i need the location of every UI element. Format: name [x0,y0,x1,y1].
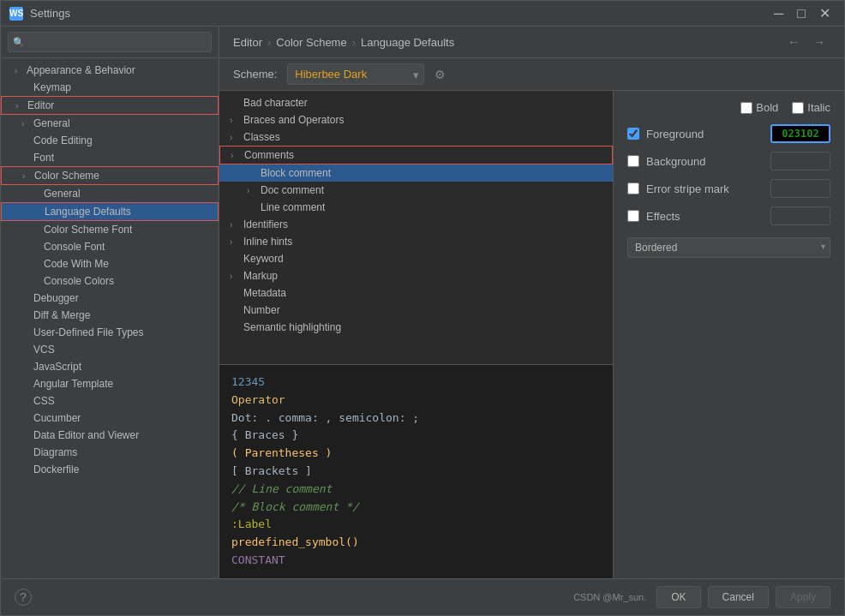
sidebar-item-label: JavaScript [33,361,81,373]
list-item-label: Block comment [261,167,331,179]
breadcrumb-sep2: › [352,36,356,49]
forward-button[interactable]: → [808,33,830,51]
arrow-icon: › [230,237,240,247]
settings-window: WS Settings ─ □ ✕ 🔍 › Appearance & Behav… [0,0,845,616]
list-item-block-comment[interactable]: Block comment [219,164,613,182]
panel-split: Bad character › Braces and Operators › C… [219,91,844,578]
sidebar-item-appearance[interactable]: › Appearance & Behavior [1,62,219,79]
sidebar-item-data-editor[interactable]: Data Editor and Viewer [1,427,219,444]
list-item-semantic[interactable]: Semantic highlighting [219,319,613,336]
sidebar-item-code-with-me[interactable]: Code With Me [1,255,219,272]
effects-row: Effects [627,206,830,225]
effects-color-box[interactable] [770,206,830,225]
bottom-buttons: OK Cancel Apply [656,586,830,608]
sidebar-item-general[interactable]: › General [1,115,219,132]
list-item-doc-comment[interactable]: › Doc comment [219,182,613,199]
sidebar-item-angular[interactable]: Angular Template [1,375,219,392]
list-item-inline-hints[interactable]: › Inline hints [219,233,613,250]
search-input[interactable] [8,32,212,52]
bold-label: Bold [756,101,778,114]
cancel-button[interactable]: Cancel [708,586,769,608]
sidebar-item-label: Code Editing [33,135,93,147]
sidebar-item-code-editing[interactable]: Code Editing [1,132,219,149]
list-item-classes[interactable]: › Classes [219,129,613,146]
foreground-checkbox[interactable] [627,128,639,140]
list-item-metadata[interactable]: Metadata [219,284,613,302]
breadcrumb-language-defaults[interactable]: Language Defaults [361,36,454,49]
effects-type-wrap: Bordered Underscored Bold Underscored Un… [627,234,830,258]
sidebar-item-font[interactable]: Font [1,149,219,166]
sidebar-item-debugger[interactable]: Debugger [1,290,219,307]
arrow-icon: › [247,186,257,195]
breadcrumb-editor[interactable]: Editor [233,36,262,49]
background-color-box[interactable] [770,152,830,170]
italic-checkbox[interactable] [792,102,804,114]
sidebar-item-console-font[interactable]: Console Font [1,238,219,255]
close-button[interactable]: ✕ [814,3,836,23]
bold-checkbox[interactable] [740,102,752,114]
list-item-keyword[interactable]: Keyword [219,250,613,267]
italic-option: Italic [792,101,830,114]
sidebar-item-color-scheme[interactable]: › Color Scheme [1,166,219,185]
breadcrumb-bar: Editor › Color Scheme › Language Default… [219,27,844,58]
list-item-label: Doc comment [261,184,324,196]
sidebar-item-user-defined[interactable]: User-Defined File Types [1,324,219,341]
error-stripe-color-box[interactable] [770,179,830,198]
sidebar-item-label: Font [33,152,54,164]
effects-type-select[interactable]: Bordered Underscored Bold Underscored Un… [627,237,830,258]
arrow-icon: › [21,119,30,129]
sidebar-item-css[interactable]: CSS [1,392,219,410]
sidebar-item-label: Diff & Merge [33,309,90,321]
list-item-number[interactable]: Number [219,302,613,319]
preview-line-line-comment: // Line comment [231,481,601,499]
sidebar-item-color-scheme-font[interactable]: Color Scheme Font [1,221,219,238]
arrow-icon: › [231,151,241,160]
sidebar-item-javascript[interactable]: JavaScript [1,358,219,375]
sidebar-item-label: Editor [27,99,54,111]
list-item-label: Classes [243,131,280,143]
minimize-button[interactable]: ─ [769,3,788,23]
sidebar-item-diff-merge[interactable]: Diff & Merge [1,307,219,324]
arrow-icon: › [230,133,240,142]
sidebar-item-diagrams[interactable]: Diagrams [1,444,219,461]
sidebar-item-cucumber[interactable]: Cucumber [1,410,219,427]
sidebar-item-dockerfile[interactable]: Dockerfile [1,461,219,478]
preview-line-constant: CONSTANT [231,552,601,570]
list-item-identifiers[interactable]: › Identifiers [219,216,613,233]
list-item-label: Identifiers [243,218,288,230]
list-item-line-comment[interactable]: Line comment [219,199,613,216]
list-item-comments[interactable]: › Comments [219,146,613,164]
list-item-bad-char[interactable]: Bad character [219,94,613,111]
sidebar-item-vcs[interactable]: VCS [1,341,219,358]
apply-button[interactable]: Apply [776,586,830,608]
list-item-markup[interactable]: › Markup [219,267,613,284]
italic-label: Italic [807,101,830,114]
list-item-braces[interactable]: › Braces and Operators [219,111,613,129]
background-checkbox[interactable] [627,155,639,167]
scheme-select[interactable]: Hiberbee Dark Default Darcula Monokai [287,63,424,85]
preview-line-block-comment: /* Block comment */ [231,499,601,517]
error-stripe-label: Error stripe mark [646,182,764,195]
preview-line-operator: Operator [231,392,601,410]
foreground-label: Foreground [646,128,764,141]
error-stripe-row: Error stripe mark [627,179,830,198]
sidebar-item-cs-general[interactable]: General [1,185,219,202]
gear-icon[interactable]: ⚙ [434,68,446,81]
back-button[interactable]: ← [782,33,805,51]
ok-button[interactable]: OK [656,586,700,608]
sidebar-item-label: Appearance & Behavior [27,64,135,76]
search-wrap: 🔍 [8,32,212,52]
error-stripe-checkbox[interactable] [627,182,639,194]
maximize-button[interactable]: □ [792,3,811,23]
breadcrumb-color-scheme[interactable]: Color Scheme [276,36,346,49]
help-button[interactable]: ? [15,589,32,606]
sidebar-item-keymap[interactable]: Keymap [1,79,219,96]
sidebar-item-editor[interactable]: › Editor [1,96,219,115]
arrow-icon: › [22,171,31,181]
sidebar-item-console-colors[interactable]: Console Colors [1,272,219,290]
arrow-icon: › [15,66,23,75]
effects-checkbox[interactable] [627,210,639,222]
properties-panel: Bold Italic Foreground 023102 [614,91,844,578]
foreground-color-box[interactable]: 023102 [770,124,830,143]
sidebar-item-language-defaults[interactable]: Language Defaults [1,202,219,221]
